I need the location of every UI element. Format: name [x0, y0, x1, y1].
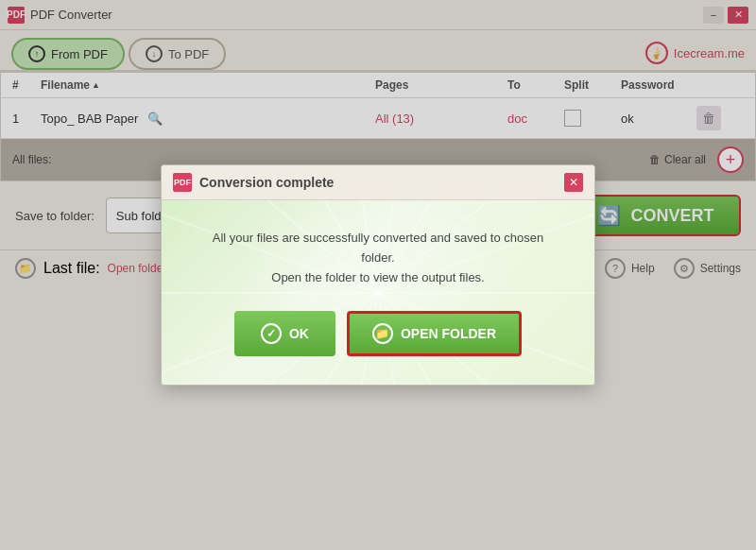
ok-icon: ✓ [261, 323, 282, 344]
modal-close-button[interactable]: ✕ [564, 173, 583, 192]
modal-title-bar: PDF Conversion complete ✕ [162, 165, 594, 200]
modal-title: Conversion complete [199, 175, 334, 190]
open-folder-icon: 📁 [372, 323, 393, 344]
conversion-complete-modal: PDF Conversion complete ✕ [161, 164, 595, 385]
modal-overlay: PDF Conversion complete ✕ [0, 0, 756, 550]
modal-buttons: ✓ OK 📁 OPEN FOLDER [199, 311, 557, 356]
modal-title-left: PDF Conversion complete [173, 173, 334, 192]
modal-body: All your files are successfully converte… [162, 200, 594, 384]
open-folder-btn-label: OPEN FOLDER [401, 326, 496, 341]
modal-message: All your files are successfully converte… [199, 229, 557, 287]
ok-button[interactable]: ✓ OK [234, 311, 335, 356]
open-folder-button[interactable]: 📁 OPEN FOLDER [347, 311, 522, 356]
ok-label: OK [289, 326, 309, 341]
modal-app-icon: PDF [173, 173, 192, 192]
